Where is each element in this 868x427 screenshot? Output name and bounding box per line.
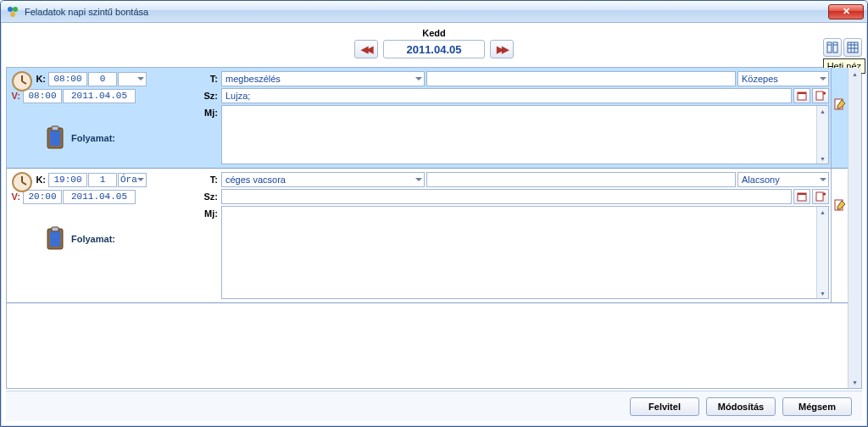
task-detail-column: T: céges vacsora Alacsony Sz: — [199, 169, 848, 302]
clock-icon — [10, 170, 34, 194]
edit-task-button[interactable] — [834, 199, 846, 211]
svg-rect-28 — [50, 231, 60, 247]
notes-scrollbar[interactable]: ▲▼ — [816, 106, 828, 164]
svg-rect-4 — [833, 42, 837, 53]
mj-label: Mj: — [199, 105, 220, 120]
megsem-button[interactable]: Mégsem — [782, 397, 852, 416]
clipboard-icon — [44, 226, 66, 252]
task-row[interactable]: K: 08:00 0 V: 08:00 2011.04.05 — [7, 68, 848, 169]
add-icon — [815, 91, 826, 101]
svg-point-2 — [10, 12, 15, 17]
megsem-label: Mégsem — [798, 402, 836, 412]
start-time-field[interactable]: 19:00 — [48, 173, 87, 187]
type-label: T: — [199, 172, 220, 187]
next-day-button[interactable]: ▶▶ — [490, 40, 514, 58]
priority-select[interactable]: Alacsony — [737, 172, 829, 187]
task-detail-column: T: megbeszélés Közepes Sz: Lujza; — [199, 68, 848, 168]
app-icon — [6, 5, 19, 19]
duration-unit-select[interactable] — [118, 72, 147, 86]
day-name: Kedd — [6, 26, 862, 38]
end-date-field[interactable]: 2011.04.05 — [63, 190, 136, 204]
sz-label: Sz: — [199, 88, 220, 103]
duration-value-field[interactable]: 1 — [88, 173, 117, 187]
task-row[interactable]: K: 19:00 1 Óra V: 20:00 2011.04.05 — [7, 169, 848, 303]
process-label: Folyamat: — [71, 234, 115, 244]
type-label: T: — [199, 71, 220, 86]
felvitel-button[interactable]: Felvitel — [630, 397, 699, 416]
task-time-column: K: 08:00 0 V: 08:00 2011.04.05 — [7, 68, 199, 168]
duration-unit-select[interactable]: Óra — [118, 173, 147, 187]
button-bar: Felvitel Módosítás Mégsem — [6, 391, 862, 421]
svg-rect-31 — [798, 193, 806, 195]
mj-label: Mj: — [199, 206, 220, 221]
task-action-column — [831, 169, 848, 302]
view-toggle-group: Heti néz — [823, 38, 862, 57]
modositas-label: Módosítás — [718, 402, 764, 412]
svg-rect-3 — [827, 42, 832, 53]
svg-rect-17 — [52, 126, 58, 130]
duration-value-field[interactable]: 0 — [88, 72, 117, 86]
date-navigation: ◀◀ 2011.04.05 ▶▶ Heti néz — [6, 40, 862, 58]
priority-select[interactable]: Közepes — [737, 71, 829, 86]
clock-icon — [10, 69, 34, 93]
notes-field[interactable]: ▲▼ — [221, 206, 829, 299]
titlebar: Feladatok napi szintű bontása ✕ — [1, 1, 867, 23]
close-button[interactable]: ✕ — [828, 4, 864, 19]
clipboard-icon — [44, 125, 66, 151]
notes-field[interactable]: ▲▼ — [221, 105, 829, 164]
sz-field[interactable] — [221, 189, 792, 204]
modositas-button[interactable]: Módosítás — [706, 397, 776, 416]
day-view-button[interactable] — [823, 38, 842, 57]
svg-rect-20 — [816, 92, 823, 100]
edit-task-button[interactable] — [834, 98, 846, 110]
start-label: K: — [36, 175, 47, 185]
type-extra-field[interactable] — [426, 71, 736, 86]
day-view-icon — [826, 42, 838, 53]
process-label: Folyamat: — [71, 133, 115, 143]
week-view-icon — [847, 42, 859, 53]
prev-day-button[interactable]: ◀◀ — [354, 40, 378, 58]
notes-scrollbar[interactable]: ▲▼ — [816, 207, 828, 298]
start-label: K: — [36, 74, 47, 84]
list-scrollbar[interactable]: ▲▼ — [848, 68, 861, 388]
svg-rect-7 — [848, 42, 858, 53]
pencil-icon — [834, 199, 846, 211]
start-time-field[interactable]: 08:00 — [48, 72, 87, 86]
week-view-button[interactable] — [843, 38, 862, 57]
svg-point-1 — [13, 7, 18, 12]
end-date-field[interactable]: 2011.04.05 — [63, 89, 136, 103]
add-icon — [815, 191, 826, 202]
window: Feladatok napi szintű bontása ✕ Kedd ◀◀ … — [0, 0, 868, 427]
sz-label: Sz: — [199, 189, 220, 204]
felvitel-label: Felvitel — [648, 402, 681, 412]
workarea: Kedd ◀◀ 2011.04.05 ▶▶ Heti néz — [1, 23, 867, 426]
sz-picker-button[interactable] — [793, 189, 810, 204]
task-time-column: K: 19:00 1 Óra V: 20:00 2011.04.05 — [7, 169, 199, 302]
pencil-icon — [834, 98, 846, 110]
svg-rect-32 — [816, 192, 823, 201]
type-select[interactable]: megbeszélés — [221, 71, 425, 86]
sz-picker-button[interactable] — [793, 88, 810, 103]
svg-rect-16 — [50, 130, 60, 146]
task-action-column — [831, 68, 848, 168]
svg-rect-19 — [798, 92, 806, 94]
svg-point-0 — [8, 7, 13, 12]
calendar-icon — [797, 91, 807, 101]
sz-field[interactable]: Lujza; — [221, 88, 792, 103]
type-extra-field[interactable] — [426, 172, 736, 187]
sz-add-button[interactable] — [812, 88, 829, 103]
current-date[interactable]: 2011.04.05 — [383, 40, 485, 58]
type-select[interactable]: céges vacsora — [221, 172, 425, 187]
close-icon: ✕ — [843, 6, 850, 17]
svg-rect-29 — [52, 227, 58, 231]
window-title: Feladatok napi szintű bontása — [25, 7, 828, 17]
sz-add-button[interactable] — [812, 189, 829, 204]
calendar-icon — [797, 191, 807, 202]
task-list: K: 08:00 0 V: 08:00 2011.04.05 — [6, 67, 862, 389]
